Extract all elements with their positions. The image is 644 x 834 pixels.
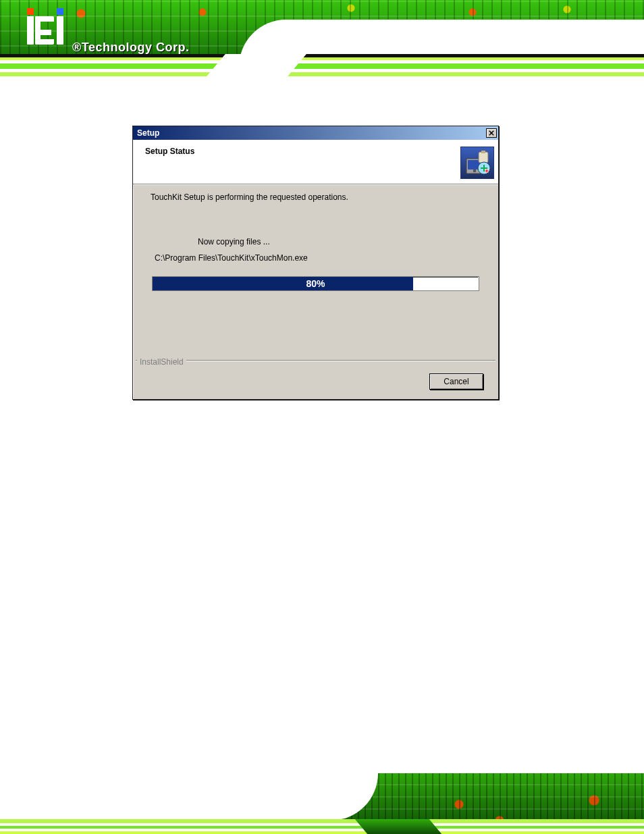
titlebar[interactable]: Setup — [133, 126, 498, 140]
banner-title: Setup Status — [145, 147, 486, 156]
footer-stripe-cap — [355, 819, 441, 834]
page-header: ®Technology Corp. — [0, 0, 644, 76]
close-icon — [489, 130, 494, 136]
footer-curve — [0, 773, 378, 820]
dialog-body: TouchKit Setup is performing the request… — [133, 184, 498, 299]
cancel-button[interactable]: Cancel — [429, 373, 483, 390]
dialog-title: Setup — [137, 128, 159, 138]
dialog-banner: Setup Status — [133, 140, 498, 184]
progress-bar: 80% — [152, 276, 479, 291]
footer-stripes — [0, 819, 644, 834]
svg-rect-3 — [479, 152, 488, 163]
iei-logo — [27, 16, 63, 45]
installer-icon — [460, 147, 494, 179]
file-path: C:\Program Files\TouchKit\xTouchMon.exe — [155, 253, 481, 263]
action-message: Now copying files ... — [198, 237, 481, 246]
status-message: TouchKit Setup is performing the request… — [151, 192, 481, 202]
svg-rect-4 — [481, 151, 485, 153]
setup-dialog: Setup Setup Status TouchKit Setup is per — [132, 126, 499, 400]
cancel-button-label: Cancel — [444, 377, 468, 386]
svg-rect-2 — [473, 170, 476, 172]
brand-text: ®Technology Corp. — [72, 41, 189, 55]
page-footer — [0, 773, 644, 834]
installshield-label: InstallShield — [137, 357, 186, 367]
separator-line — [136, 360, 495, 361]
close-button[interactable] — [486, 128, 497, 138]
progress-label: 80% — [153, 277, 479, 290]
header-stripes — [0, 54, 644, 76]
